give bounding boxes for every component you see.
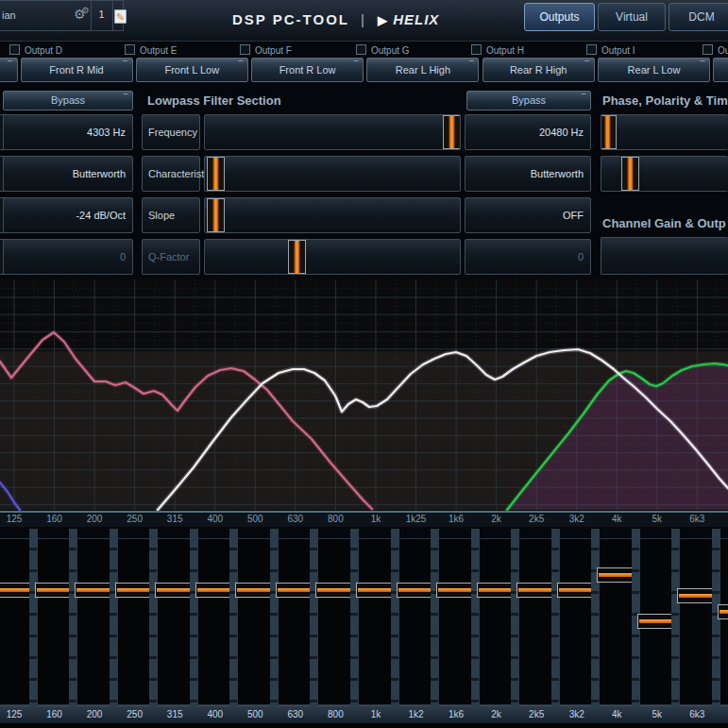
minimize-icon[interactable]: − xyxy=(584,57,590,66)
eq-slider-handle[interactable] xyxy=(597,567,635,583)
eq-slider-well[interactable] xyxy=(518,538,554,705)
channel-button[interactable]: − xyxy=(0,58,18,82)
channel-button[interactable]: Rear R High− xyxy=(483,58,595,82)
output-checkbox[interactable] xyxy=(356,44,366,55)
lowpass-bypass-button[interactable]: Bypass − xyxy=(466,91,591,110)
lowpass-row-slider[interactable] xyxy=(204,156,461,192)
eq-slider-handle[interactable] xyxy=(35,583,74,598)
svg-text:1k6: 1k6 xyxy=(449,514,465,524)
highpass-value-box[interactable]: 4303 Hz xyxy=(3,114,133,150)
eq-slider-well[interactable] xyxy=(358,538,394,705)
channel-button[interactable]: Rear L High− xyxy=(366,58,479,82)
gain-row-slider[interactable] xyxy=(601,237,728,275)
output-checkbox[interactable] xyxy=(471,44,482,55)
eq-slider-well[interactable] xyxy=(76,538,112,705)
eq-slider-handle[interactable] xyxy=(557,583,596,598)
eq-handle-orange-bar xyxy=(37,588,72,592)
slider-handle[interactable] xyxy=(443,115,461,149)
minimize-icon[interactable]: − xyxy=(700,57,705,66)
eq-slider-handle[interactable] xyxy=(637,614,676,629)
output-checkbox[interactable] xyxy=(240,44,250,55)
output-checkbox[interactable] xyxy=(9,44,20,55)
phase-row-slider[interactable] xyxy=(601,114,728,150)
slider-handle[interactable] xyxy=(601,115,617,149)
output-label: Output F xyxy=(255,45,292,56)
eq-slider-well[interactable] xyxy=(479,538,515,705)
eq-handle-orange-bar xyxy=(358,588,393,592)
eq-slider-handle[interactable] xyxy=(718,604,728,619)
lowpass-row-slider[interactable] xyxy=(204,197,461,233)
eq-slider-handle[interactable] xyxy=(75,583,113,598)
eq-slider-well[interactable] xyxy=(317,538,353,705)
lowpass-value-box[interactable]: Butterworth xyxy=(465,156,591,192)
eq-slider-handle[interactable] xyxy=(397,583,435,598)
eq-slider-handle[interactable] xyxy=(436,583,475,598)
output-checkbox[interactable] xyxy=(586,44,597,55)
output-checkbox[interactable] xyxy=(703,44,713,55)
highpass-value-box[interactable]: Butterworth xyxy=(3,156,133,192)
svg-text:630: 630 xyxy=(288,514,304,524)
top-button-virtual[interactable]: Virtual xyxy=(598,3,666,31)
lowpass-value-box[interactable]: OFF xyxy=(465,197,591,233)
slider-handle[interactable] xyxy=(621,157,639,191)
eq-handle-orange-bar xyxy=(398,588,433,592)
svg-text:160: 160 xyxy=(46,514,62,524)
edit-pencil-icon[interactable]: ✎ xyxy=(114,9,127,24)
eq-slider-handle[interactable] xyxy=(195,583,234,598)
preset-number[interactable]: 1 xyxy=(92,8,111,20)
top-bar: ian ⚙⚙ 1 ✎ DSP PC-TOOL | ▶ HELIX Outputs… xyxy=(0,0,728,42)
eq-slider-well[interactable] xyxy=(157,538,193,705)
minimize-icon[interactable]: − xyxy=(353,57,359,66)
output-checkbox-item: Output D xyxy=(9,44,62,56)
minimize-icon[interactable]: − xyxy=(8,57,13,66)
lowpass-value-box[interactable]: 20480 Hz xyxy=(465,114,591,150)
top-button-outputs[interactable]: Outputs xyxy=(524,3,595,31)
eq-handle-orange-bar xyxy=(518,588,553,592)
eq-slider-handle[interactable] xyxy=(356,583,395,598)
lowpass-row-slider[interactable] xyxy=(204,114,461,150)
eq-slider-well[interactable] xyxy=(679,538,715,705)
eq-slider-handle[interactable] xyxy=(516,583,555,598)
eq-slider-well[interactable] xyxy=(237,538,273,705)
eq-slider-well[interactable] xyxy=(720,538,728,705)
lowpass-row-slider[interactable] xyxy=(204,239,461,275)
channel-label: Front R Low xyxy=(279,64,336,76)
channel-button[interactable]: − xyxy=(713,58,728,82)
eq-slider-well[interactable] xyxy=(278,538,313,705)
eq-slider-handle[interactable] xyxy=(155,583,194,598)
highpass-value-box[interactable]: -24 dB/Oct xyxy=(3,197,133,233)
channel-button[interactable]: Rear L Low− xyxy=(598,58,710,82)
eq-slider-well[interactable] xyxy=(398,538,434,705)
eq-slider-handle[interactable] xyxy=(315,583,354,598)
highpass-value-box[interactable]: 0 xyxy=(3,239,133,275)
eq-slider-well[interactable] xyxy=(117,538,153,705)
minimize-icon[interactable]: − xyxy=(469,57,475,66)
eq-slider-handle[interactable] xyxy=(276,583,314,598)
top-button-dcm[interactable]: DCM xyxy=(669,3,728,31)
eq-slider-handle[interactable] xyxy=(677,588,716,603)
output-checkbox-item: Output G xyxy=(356,44,410,56)
eq-slider-well[interactable] xyxy=(197,538,233,705)
eq-slider-handle[interactable] xyxy=(235,583,274,598)
slider-handle[interactable] xyxy=(207,198,225,232)
eq-slider-well[interactable] xyxy=(0,538,32,705)
eq-slider-well[interactable] xyxy=(37,538,73,705)
eq-slider-handle[interactable] xyxy=(115,583,154,598)
eq-slider-well[interactable] xyxy=(559,538,595,705)
highpass-bypass-button[interactable]: Bypass − xyxy=(3,91,133,110)
eq-slider-well[interactable] xyxy=(599,538,635,705)
slider-handle[interactable] xyxy=(207,157,225,191)
eq-slider-well[interactable] xyxy=(438,538,474,705)
minimize-icon[interactable]: − xyxy=(123,57,128,66)
frequency-response-graph[interactable]: 1251602002503154005006308001k1k251k62k2k… xyxy=(0,279,728,527)
minimize-icon[interactable]: − xyxy=(238,57,244,66)
slider-handle[interactable] xyxy=(288,240,306,274)
channel-button[interactable]: Front R Mid− xyxy=(21,58,133,82)
lowpass-value-box[interactable]: 0 xyxy=(465,239,591,275)
channel-button[interactable]: Front L Low− xyxy=(136,58,248,82)
phase-row-slider[interactable] xyxy=(601,156,728,192)
eq-slider-handle[interactable] xyxy=(477,583,516,598)
svg-text:1k: 1k xyxy=(371,514,382,524)
channel-button[interactable]: Front R Low− xyxy=(251,58,364,82)
output-checkbox[interactable] xyxy=(125,44,135,55)
